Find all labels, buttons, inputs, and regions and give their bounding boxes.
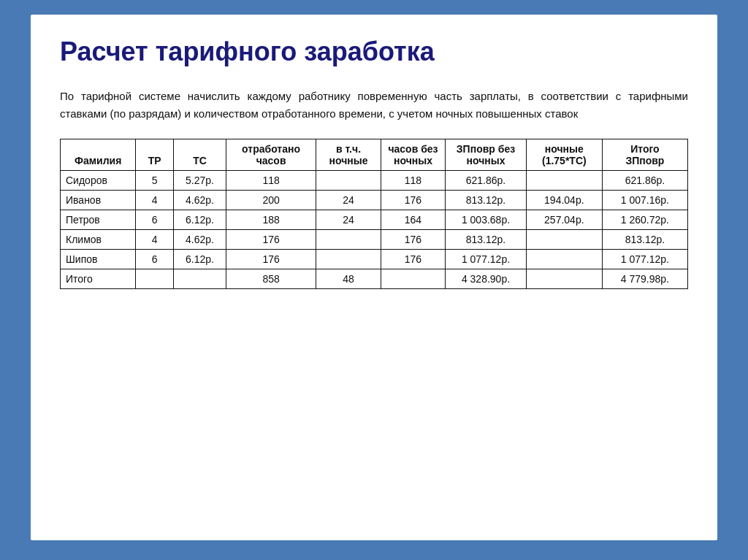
cell-itogo: 1 007.16р. — [602, 191, 687, 210]
header-tc: ТС — [174, 139, 226, 171]
cell-itogo: 4 779.98р. — [602, 269, 687, 289]
cell-zp_bez: 1 003.68р. — [446, 210, 527, 230]
table-header-row: Фамилия ТР ТС отработаночасов в т.ч.ночн… — [61, 139, 688, 171]
cell-bez: 118 — [381, 171, 445, 191]
cell-noch: 24 — [316, 191, 381, 210]
cell-noch_rate — [526, 171, 602, 191]
cell-tc: 6.12р. — [174, 210, 226, 230]
cell-noch_rate: 194.04р. — [526, 191, 602, 210]
cell-zp_bez: 4 328.90р. — [446, 269, 527, 289]
table-row: Итого858484 328.90р.4 779.98р. — [61, 269, 688, 289]
cell-tc: 6.12р. — [174, 250, 226, 269]
cell-tr — [136, 269, 174, 289]
header-tr: ТР — [136, 139, 174, 171]
cell-fam: Климов — [61, 230, 136, 250]
cell-bez — [381, 269, 445, 289]
cell-otrab: 200 — [226, 191, 316, 210]
cell-itogo: 1 260.72р. — [602, 210, 687, 230]
header-otrab: отработаночасов — [226, 139, 316, 171]
cell-otrab: 118 — [226, 171, 316, 191]
cell-zp_bez: 813.12р. — [446, 230, 527, 250]
header-zp-bez: ЗПповр безночных — [446, 139, 527, 171]
cell-fam: Сидоров — [61, 171, 136, 191]
table-row: Иванов44.62р.20024176813.12р.194.04р.1 0… — [61, 191, 688, 210]
header-noch: в т.ч.ночные — [316, 139, 381, 171]
header-noch-rate: ночные(1.75*ТС) — [526, 139, 602, 171]
cell-noch_rate — [526, 230, 602, 250]
cell-tr: 5 — [136, 171, 174, 191]
table-row: Климов44.62р.176176813.12р.813.12р. — [61, 230, 688, 250]
cell-noch: 48 — [316, 269, 381, 289]
page-title: Расчет тарифного заработка — [60, 37, 688, 67]
cell-noch_rate — [526, 250, 602, 269]
header-fam: Фамилия — [61, 139, 136, 171]
cell-otrab: 188 — [226, 210, 316, 230]
cell-itogo: 621.86р. — [602, 171, 687, 191]
cell-noch — [316, 171, 381, 191]
cell-itogo: 1 077.12р. — [602, 250, 687, 269]
cell-noch — [316, 250, 381, 269]
cell-itogo: 813.12р. — [602, 230, 687, 250]
cell-tc — [174, 269, 226, 289]
cell-zp_bez: 1 077.12р. — [446, 250, 527, 269]
header-bez: часов безночных — [381, 139, 445, 171]
cell-tr: 4 — [136, 230, 174, 250]
main-page: Расчет тарифного заработка По тарифной с… — [31, 15, 717, 540]
cell-noch_rate — [526, 269, 602, 289]
cell-fam: Петров — [61, 210, 136, 230]
cell-bez: 176 — [381, 191, 445, 210]
cell-zp_bez: 621.86р. — [446, 171, 527, 191]
header-itogo: ИтогоЗПповр — [602, 139, 687, 171]
cell-tr: 6 — [136, 210, 174, 230]
cell-tc: 4.62р. — [174, 230, 226, 250]
cell-fam: Иванов — [61, 191, 136, 210]
cell-tc: 4.62р. — [174, 191, 226, 210]
cell-otrab: 858 — [226, 269, 316, 289]
cell-tc: 5.27р. — [174, 171, 226, 191]
cell-fam: Шипов — [61, 250, 136, 269]
cell-otrab: 176 — [226, 250, 316, 269]
cell-noch_rate: 257.04р. — [526, 210, 602, 230]
cell-otrab: 176 — [226, 230, 316, 250]
cell-bez: 176 — [381, 250, 445, 269]
cell-zp_bez: 813.12р. — [446, 191, 527, 210]
description-text: По тарифной системе начислить каждому ра… — [60, 88, 688, 123]
salary-table: Фамилия ТР ТС отработаночасов в т.ч.ночн… — [60, 139, 688, 289]
table-row: Шипов66.12р.1761761 077.12р.1 077.12р. — [61, 250, 688, 269]
cell-fam: Итого — [61, 269, 136, 289]
cell-tr: 4 — [136, 191, 174, 210]
cell-noch — [316, 230, 381, 250]
cell-tr: 6 — [136, 250, 174, 269]
table-row: Петров66.12р.188241641 003.68р.257.04р.1… — [61, 210, 688, 230]
cell-bez: 176 — [381, 230, 445, 250]
table-row: Сидоров55.27р.118118621.86р.621.86р. — [61, 171, 688, 191]
cell-bez: 164 — [381, 210, 445, 230]
cell-noch: 24 — [316, 210, 381, 230]
